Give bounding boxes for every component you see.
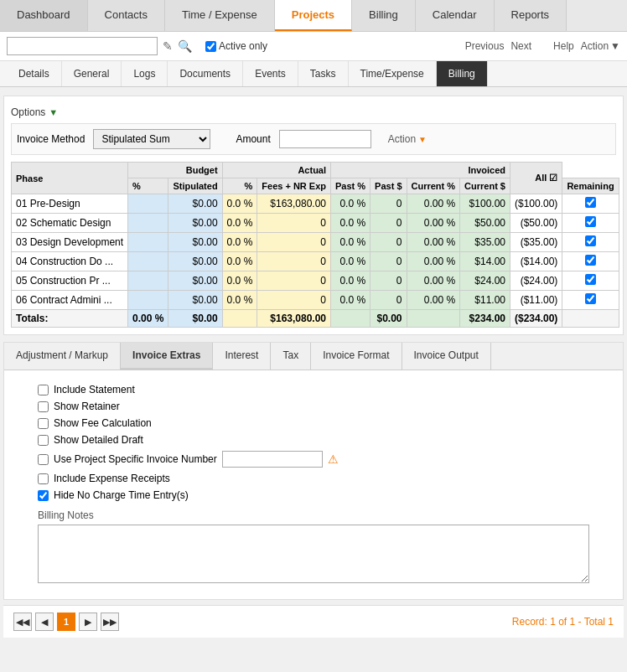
row-checkbox[interactable] — [585, 274, 596, 285]
actual-pct-cell: 0.0 % — [222, 291, 257, 310]
row-checkbox-cell[interactable] — [562, 271, 619, 291]
actual-pct-cell: 0.0 % — [222, 194, 257, 214]
phase-header: Phase — [12, 163, 128, 194]
current-s-cell: $35.00 — [460, 233, 510, 252]
amount-input[interactable]: $0.00 — [279, 130, 371, 148]
current-pct-header: Current % — [407, 178, 460, 194]
bottom-tab-tax[interactable]: Tax — [271, 343, 311, 370]
action-label: Action — [581, 40, 609, 52]
sub-tab-events[interactable]: Events — [243, 61, 298, 86]
cb-include-statement-row: Include Statement — [38, 384, 589, 395]
actual-pct-cell: 0.0 % — [222, 233, 257, 252]
current-pct-cell: 0.00 % — [407, 291, 460, 310]
sub-tab-tasks[interactable]: Tasks — [298, 61, 349, 86]
show-retainer-checkbox[interactable] — [38, 401, 49, 412]
next-button[interactable]: Next — [510, 40, 531, 52]
project-search-input[interactable]: 2020-0009:Fountainhead — [7, 37, 158, 55]
bottom-tab-interest[interactable]: Interest — [213, 343, 271, 370]
billing-notes-textarea[interactable] — [38, 525, 589, 583]
bottom-tabs: Adjustment / Markup Invoice Extras Inter… — [4, 343, 623, 370]
action-dropdown[interactable]: Action ▼ — [581, 40, 620, 52]
active-only-group: Active only — [205, 40, 267, 52]
row-checkbox-cell[interactable] — [562, 291, 619, 310]
sub-tab-logs[interactable]: Logs — [122, 61, 168, 86]
totals-label: Totals: — [12, 310, 128, 328]
current-page[interactable]: 1 — [57, 613, 75, 631]
remaining-cell: ($100.00) — [510, 194, 562, 214]
active-only-checkbox[interactable] — [205, 41, 216, 52]
invoice-method-select[interactable]: Stipulated Sum Hourly Percentage Unit Co… — [93, 129, 210, 149]
sub-tab-documents[interactable]: Documents — [168, 61, 243, 86]
bottom-tab-adjustment[interactable]: Adjustment / Markup — [4, 343, 121, 370]
current-s-cell: $11.00 — [460, 291, 510, 310]
help-button[interactable]: Help — [553, 40, 574, 52]
row-checkbox[interactable] — [585, 197, 596, 208]
row-checkbox[interactable] — [585, 255, 596, 266]
use-project-invoice-num-checkbox[interactable] — [38, 454, 49, 465]
sub-tab-time-expense[interactable]: Time/Expense — [349, 61, 437, 86]
show-detailed-draft-checkbox[interactable] — [38, 435, 49, 446]
help-action-group: Help Action ▼ — [553, 40, 620, 52]
current-pct-cell: 0.00 % — [407, 194, 460, 214]
show-retainer-label: Show Retainer — [54, 401, 120, 412]
search-icon[interactable]: 🔍 — [178, 39, 192, 53]
bottom-tab-invoice-output[interactable]: Invoice Output — [402, 343, 491, 370]
billing-action-dropdown[interactable]: Action ▼ — [388, 133, 427, 145]
budget-pct-cell — [128, 233, 168, 252]
row-checkbox[interactable] — [585, 216, 596, 227]
page-controls: ◀◀ ◀ 1 ▶ ▶▶ — [13, 613, 119, 631]
invoice-number-input[interactable] — [222, 451, 323, 468]
row-checkbox[interactable] — [585, 293, 596, 304]
hide-no-charge-checkbox[interactable] — [38, 490, 49, 501]
next-page-button[interactable]: ▶ — [79, 613, 97, 631]
tab-time-expense[interactable]: Time / Expense — [165, 0, 275, 31]
tab-reports[interactable]: Reports — [495, 0, 567, 31]
sub-tab-details[interactable]: Details — [7, 61, 62, 86]
row-checkbox[interactable] — [585, 235, 596, 246]
remaining-cell: ($14.00) — [510, 252, 562, 271]
include-statement-checkbox[interactable] — [38, 385, 49, 395]
past-s-cell: 0 — [370, 252, 407, 271]
billing-action-label: Action — [388, 133, 416, 145]
actual-pct-cell: 0.0 % — [222, 214, 257, 233]
tab-calendar[interactable]: Calendar — [416, 0, 495, 31]
totals-current-s: $234.00 — [460, 310, 510, 328]
first-page-button[interactable]: ◀◀ — [13, 613, 32, 631]
bottom-tab-invoice-format[interactable]: Invoice Format — [311, 343, 402, 370]
actual-pct-cell: 0.0 % — [222, 271, 257, 291]
use-project-invoice-num-label: Use Project Specific Invoice Number — [54, 453, 217, 465]
remaining-cell: ($11.00) — [510, 291, 562, 310]
budget-pct-cell — [128, 291, 168, 310]
phase-cell: 04 Construction Do ... — [12, 252, 128, 271]
sub-tabs: Details General Logs Documents Events Ta… — [0, 61, 627, 87]
sub-tab-billing[interactable]: Billing — [437, 61, 488, 86]
row-checkbox-cell[interactable] — [562, 252, 619, 271]
invoiced-group-header: Invoiced — [331, 163, 510, 178]
tab-dashboard[interactable]: Dashboard — [0, 0, 88, 31]
row-checkbox-cell[interactable] — [562, 194, 619, 214]
options-arrow-icon[interactable]: ▼ — [49, 107, 58, 117]
past-s-cell: 0 — [370, 194, 407, 214]
previous-button[interactable]: Previous — [465, 40, 505, 52]
billing-content: Options ▼ Invoice Method Stipulated Sum … — [4, 96, 623, 334]
all-header[interactable]: All ☑ — [510, 163, 562, 194]
sub-tab-general[interactable]: General — [62, 61, 122, 86]
tab-billing[interactable]: Billing — [352, 0, 416, 31]
include-expense-receipts-checkbox[interactable] — [38, 473, 49, 484]
tab-projects[interactable]: Projects — [275, 0, 352, 31]
phase-cell: 05 Construction Pr ... — [12, 271, 128, 291]
prev-page-button[interactable]: ◀ — [35, 613, 54, 631]
totals-actual-pct — [222, 310, 257, 328]
pencil-icon[interactable]: ✎ — [163, 39, 173, 53]
bottom-tab-invoice-extras[interactable]: Invoice Extras — [121, 343, 213, 370]
tab-contacts[interactable]: Contacts — [88, 0, 165, 31]
show-fee-calculation-checkbox[interactable] — [38, 418, 49, 429]
row-checkbox-cell[interactable] — [562, 214, 619, 233]
past-s-cell: 0 — [370, 271, 407, 291]
amount-label: Amount — [236, 133, 270, 145]
row-checkbox-cell[interactable] — [562, 233, 619, 252]
actual-pct-header: % — [222, 178, 257, 194]
last-page-button[interactable]: ▶▶ — [101, 613, 119, 631]
fees-cell: 0 — [257, 271, 331, 291]
current-s-cell: $50.00 — [460, 214, 510, 233]
